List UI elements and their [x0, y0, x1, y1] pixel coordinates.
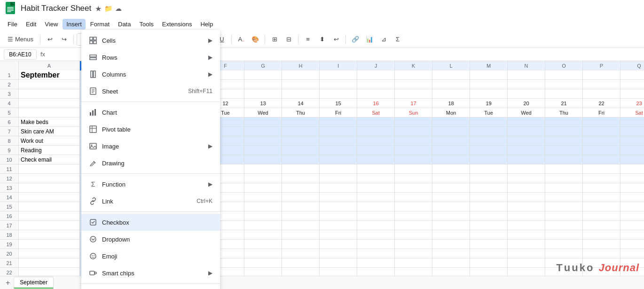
cell-i[interactable]: 15 [320, 99, 357, 108]
cell-l[interactable] [432, 211, 470, 221]
cell-h[interactable] [282, 230, 320, 240]
cell-k[interactable] [395, 164, 432, 174]
cell-p[interactable] [583, 202, 620, 211]
cell-o[interactable] [545, 174, 583, 183]
cell-n[interactable] [508, 70, 545, 80]
cell-q[interactable] [620, 193, 644, 202]
cell-q[interactable] [620, 146, 644, 155]
undo-button[interactable]: ↩ [43, 33, 56, 46]
cell-k[interactable] [395, 174, 432, 183]
cell-n[interactable] [508, 127, 545, 136]
cell-j[interactable] [357, 183, 395, 193]
cell-j[interactable] [357, 221, 395, 230]
cell-i[interactable] [320, 117, 357, 127]
cell-p[interactable] [583, 249, 620, 258]
cell-k[interactable] [395, 146, 432, 155]
menu-item-function[interactable]: Σ Function ▶ [81, 176, 220, 193]
cell-n[interactable] [508, 89, 545, 99]
cell-l[interactable] [432, 136, 470, 146]
cell-h[interactable] [282, 183, 320, 193]
add-sheet-button[interactable]: + [4, 279, 12, 287]
wrap-button[interactable]: ↩ [330, 33, 343, 46]
cell-g[interactable] [244, 230, 282, 240]
cell-p[interactable]: 22 [583, 99, 620, 108]
cloud-icon[interactable]: ☁ [115, 5, 122, 12]
cell-j[interactable] [357, 240, 395, 249]
cell-i[interactable] [320, 136, 357, 146]
cell-o[interactable]: 21 [545, 99, 583, 108]
cell-h[interactable] [282, 211, 320, 221]
cell-a[interactable] [19, 258, 80, 268]
menu-item-emoji[interactable]: Emoji [81, 248, 220, 265]
cell-k[interactable] [395, 183, 432, 193]
cell-k[interactable] [395, 230, 432, 240]
cell-o[interactable] [545, 80, 583, 89]
merge-button[interactable]: ⊟ [282, 33, 295, 46]
cell-q[interactable] [620, 183, 644, 193]
cell-i[interactable] [320, 193, 357, 202]
cell-k[interactable] [395, 193, 432, 202]
cell-g[interactable] [244, 117, 282, 127]
cell-l[interactable] [432, 164, 470, 174]
cell-q[interactable] [620, 117, 644, 127]
cell-h[interactable] [282, 127, 320, 136]
cell-m[interactable] [470, 202, 508, 211]
cell-h[interactable] [282, 117, 320, 127]
functions-button[interactable]: Σ [391, 33, 404, 46]
menu-insert[interactable]: Insert [63, 19, 86, 30]
link-button[interactable]: 🔗 [349, 33, 362, 46]
menu-help[interactable]: Help [196, 19, 217, 30]
cell-n[interactable] [508, 202, 545, 211]
cell-a[interactable] [19, 240, 80, 249]
cell-h[interactable] [282, 80, 320, 89]
cell-n[interactable] [508, 240, 545, 249]
cell-l[interactable] [432, 221, 470, 230]
cell-i[interactable] [320, 174, 357, 183]
cell-q[interactable] [620, 127, 644, 136]
cell-p[interactable] [583, 174, 620, 183]
cell-i[interactable] [320, 249, 357, 258]
cell-i[interactable] [320, 80, 357, 89]
cell-o[interactable] [545, 221, 583, 230]
cell-q[interactable]: Sat [620, 108, 644, 117]
cell-m[interactable] [470, 146, 508, 155]
cell-m[interactable] [470, 164, 508, 174]
cell-k[interactable] [395, 202, 432, 211]
menu-item-smart-chips[interactable]: Smart chips ▶ [81, 265, 220, 281]
cell-j[interactable] [357, 136, 395, 146]
cell-h[interactable] [282, 202, 320, 211]
cell-h[interactable] [282, 249, 320, 258]
cell-i[interactable] [320, 211, 357, 221]
cell-o[interactable] [545, 164, 583, 174]
cell-j[interactable] [357, 117, 395, 127]
cell-q[interactable] [620, 249, 644, 258]
cell-a[interactable] [19, 193, 80, 202]
cell-m[interactable] [470, 155, 508, 164]
cell-j[interactable] [357, 202, 395, 211]
align-button[interactable]: ≡ [301, 33, 314, 46]
cell-o[interactable] [545, 202, 583, 211]
cell-h[interactable] [282, 221, 320, 230]
cell-k[interactable]: Sun [395, 108, 432, 117]
menu-item-rows[interactable]: Rows ▶ [81, 49, 220, 66]
cell-g[interactable]: 13 [244, 99, 282, 108]
cell-i[interactable] [320, 146, 357, 155]
cell-g[interactable] [244, 268, 282, 276]
cell-j[interactable] [357, 193, 395, 202]
cell-a[interactable]: Skin care AM [19, 127, 80, 136]
cell-m[interactable] [470, 183, 508, 193]
cell-j[interactable] [357, 70, 395, 80]
cell-k[interactable] [395, 136, 432, 146]
cell-m[interactable] [470, 174, 508, 183]
cell-p[interactable]: Fri [583, 108, 620, 117]
cell-a[interactable] [19, 99, 80, 108]
cell-j[interactable]: Sat [357, 108, 395, 117]
cell-a[interactable] [19, 108, 80, 117]
cell-i[interactable] [320, 240, 357, 249]
cell-n[interactable] [508, 211, 545, 221]
cell-j[interactable] [357, 164, 395, 174]
menu-format[interactable]: Format [86, 19, 113, 30]
cell-j[interactable] [357, 146, 395, 155]
cell-l[interactable] [432, 117, 470, 127]
star-icon[interactable]: ★ [95, 4, 102, 13]
